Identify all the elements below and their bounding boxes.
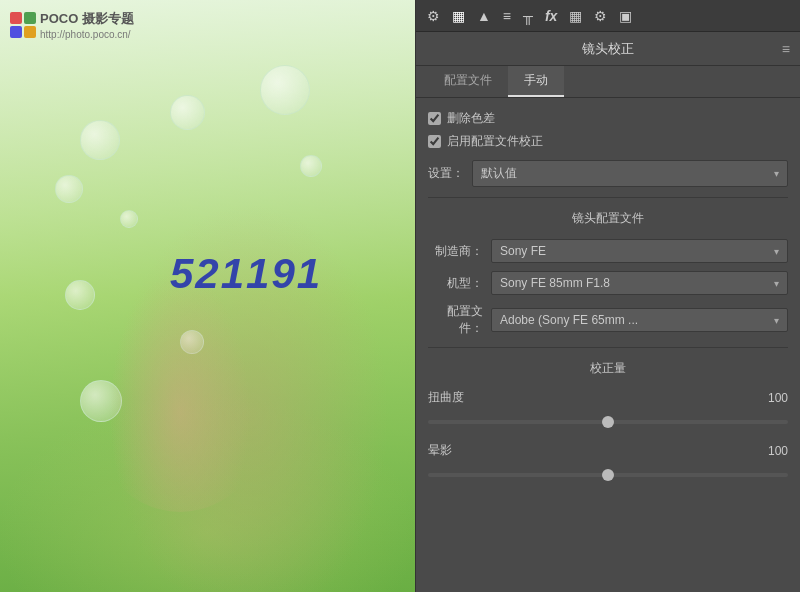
bubble bbox=[120, 210, 138, 228]
profile-arrow: ▾ bbox=[774, 315, 779, 326]
lens-profile-section-header: 镜头配置文件 bbox=[428, 210, 788, 231]
tab-bar: 配置文件 手动 bbox=[416, 66, 800, 98]
panel-content: 删除色差 启用配置文件校正 设置： 默认值 ▾ 镜头配置文件 制造商： Sony… bbox=[416, 98, 800, 592]
vignette-slider-row: 晕影 100 bbox=[428, 442, 788, 481]
distortion-slider[interactable] bbox=[428, 420, 788, 424]
settings-select-arrow: ▾ bbox=[774, 168, 779, 179]
manufacturer-select[interactable]: Sony FE ▾ bbox=[491, 239, 788, 263]
watermark-number: 521191 bbox=[170, 250, 322, 298]
checkbox-enable-profile[interactable] bbox=[428, 135, 441, 148]
distortion-label: 扭曲度 bbox=[428, 389, 464, 406]
tab-config[interactable]: 配置文件 bbox=[428, 66, 508, 97]
divider-1 bbox=[428, 197, 788, 198]
checkbox-row-profile: 启用配置文件校正 bbox=[428, 133, 788, 150]
vignette-slider[interactable] bbox=[428, 473, 788, 477]
toolbar-icon-table[interactable]: ▦ bbox=[566, 6, 585, 26]
bubble bbox=[170, 95, 205, 130]
bubble bbox=[300, 155, 322, 177]
toolbar-icon-square[interactable]: ▣ bbox=[616, 6, 635, 26]
settings-value: 默认值 bbox=[481, 165, 517, 182]
profile-label: 配置文件： bbox=[428, 303, 483, 337]
panel-title: 镜头校正 bbox=[582, 40, 634, 58]
bubble bbox=[260, 65, 310, 115]
correction-section-header: 校正量 bbox=[428, 360, 788, 381]
bubble bbox=[80, 120, 120, 160]
model-value: Sony FE 85mm F1.8 bbox=[500, 276, 610, 290]
bubble bbox=[55, 175, 83, 203]
manufacturer-value: Sony FE bbox=[500, 244, 546, 258]
profile-select[interactable]: Adobe (Sony FE 65mm ... ▾ bbox=[491, 308, 788, 332]
field-row-profile: 配置文件： Adobe (Sony FE 65mm ... ▾ bbox=[428, 303, 788, 337]
divider-2 bbox=[428, 347, 788, 348]
toolbar-icon-settings[interactable]: ⚙ bbox=[424, 6, 443, 26]
hand-silhouette bbox=[80, 262, 280, 512]
manufacturer-arrow: ▾ bbox=[774, 246, 779, 257]
settings-row: 设置： 默认值 ▾ bbox=[428, 160, 788, 187]
toolbar-icon-bars[interactable]: ╥ bbox=[520, 6, 536, 26]
model-label: 机型： bbox=[428, 275, 483, 292]
toolbar: ⚙ ▦ ▲ ≡ ╥ fx ▦ ⚙ ▣ bbox=[416, 0, 800, 32]
model-arrow: ▾ bbox=[774, 278, 779, 289]
right-panel: ⚙ ▦ ▲ ≡ ╥ fx ▦ ⚙ ▣ 镜头校正 ≡ 配置文件 手动 删除色差 启… bbox=[415, 0, 800, 592]
checkbox-ca-label: 删除色差 bbox=[447, 110, 495, 127]
field-row-manufacturer: 制造商： Sony FE ▾ bbox=[428, 239, 788, 263]
photo-panel: POCO 摄影专题 http://photo.poco.cn/ 521191 bbox=[0, 0, 415, 592]
panel-menu-icon[interactable]: ≡ bbox=[782, 41, 790, 57]
model-select[interactable]: Sony FE 85mm F1.8 ▾ bbox=[491, 271, 788, 295]
toolbar-icon-grid[interactable]: ▦ bbox=[449, 6, 468, 26]
field-row-model: 机型： Sony FE 85mm F1.8 ▾ bbox=[428, 271, 788, 295]
toolbar-icon-gear2[interactable]: ⚙ bbox=[591, 6, 610, 26]
slider-section: 扭曲度 100 晕影 100 bbox=[428, 389, 788, 481]
distortion-value: 100 bbox=[758, 391, 788, 405]
checkbox-profile-label: 启用配置文件校正 bbox=[447, 133, 543, 150]
toolbar-icon-fx[interactable]: fx bbox=[542, 6, 560, 26]
toolbar-icon-list[interactable]: ≡ bbox=[500, 6, 514, 26]
toolbar-icon-triangle[interactable]: ▲ bbox=[474, 6, 494, 26]
bubble bbox=[65, 280, 95, 310]
vignette-value: 100 bbox=[758, 444, 788, 458]
settings-select[interactable]: 默认值 ▾ bbox=[472, 160, 788, 187]
checkbox-remove-ca[interactable] bbox=[428, 112, 441, 125]
watermark-logo: POCO 摄影专题 http://photo.poco.cn/ bbox=[10, 10, 134, 40]
checkbox-row-ca: 删除色差 bbox=[428, 110, 788, 127]
tab-manual[interactable]: 手动 bbox=[508, 66, 564, 97]
panel-header: 镜头校正 ≡ bbox=[416, 32, 800, 66]
distortion-slider-row: 扭曲度 100 bbox=[428, 389, 788, 428]
manufacturer-label: 制造商： bbox=[428, 243, 483, 260]
watermark-url: http://photo.poco.cn/ bbox=[40, 29, 134, 40]
watermark-title: POCO 摄影专题 bbox=[40, 10, 134, 28]
settings-label: 设置： bbox=[428, 165, 464, 182]
vignette-label: 晕影 bbox=[428, 442, 452, 459]
profile-value: Adobe (Sony FE 65mm ... bbox=[500, 313, 638, 327]
